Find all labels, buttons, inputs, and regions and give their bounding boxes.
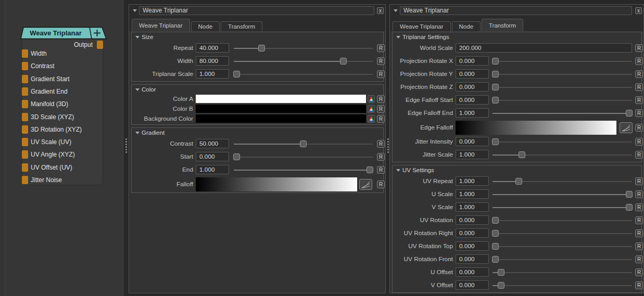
input-port-width[interactable] xyxy=(22,49,28,58)
reset-button[interactable]: R xyxy=(635,151,643,159)
reset-button[interactable]: R xyxy=(635,96,643,104)
reset-button[interactable]: R xyxy=(377,105,385,113)
reset-button[interactable]: R xyxy=(635,177,643,185)
slider-track[interactable] xyxy=(493,141,632,143)
slider-handle[interactable] xyxy=(626,204,633,211)
slider-track[interactable] xyxy=(234,74,373,75)
value-field[interactable]: 0.000 xyxy=(456,280,489,290)
reset-button[interactable]: R xyxy=(635,190,643,198)
color-picker-button[interactable] xyxy=(368,95,375,103)
slider-handle[interactable] xyxy=(367,166,373,173)
value-field[interactable]: 1.000 xyxy=(196,69,229,79)
node-header[interactable]: Weave Triplanar xyxy=(19,26,108,40)
curve-editor-button[interactable] xyxy=(620,122,633,133)
value-field[interactable]: 200.000 xyxy=(456,43,632,53)
value-field[interactable]: 0.000 xyxy=(196,152,229,161)
input-port-3d-rotation-xyz[interactable] xyxy=(22,125,28,134)
splitter-handle[interactable] xyxy=(125,138,127,154)
collapse-arrow-icon[interactable] xyxy=(135,88,140,91)
input-port-gradient-end[interactable] xyxy=(22,87,28,96)
input-port-manifold-3d[interactable] xyxy=(22,100,28,108)
collapse-arrow-icon[interactable] xyxy=(394,9,398,12)
close-icon[interactable]: x xyxy=(377,7,384,14)
slider-track[interactable] xyxy=(493,246,632,247)
color-swatch[interactable] xyxy=(196,95,366,103)
slider-handle[interactable] xyxy=(626,191,633,198)
panel-title-field[interactable]: Weave Triplanar xyxy=(139,6,374,15)
value-field[interactable]: 1.000 xyxy=(456,202,489,212)
color-swatch[interactable] xyxy=(196,114,366,123)
collapse-arrow-icon[interactable] xyxy=(135,132,140,134)
reset-button[interactable]: R xyxy=(635,138,643,146)
slider-handle[interactable] xyxy=(492,138,499,145)
slider-handle[interactable] xyxy=(492,243,499,250)
input-port-gradient-start[interactable] xyxy=(22,75,28,83)
slider-track[interactable] xyxy=(234,157,373,158)
tab-transform[interactable]: Transform xyxy=(221,21,262,31)
reset-button[interactable]: R xyxy=(377,70,385,78)
slider-track[interactable] xyxy=(493,100,632,101)
value-field[interactable]: 1.000 xyxy=(196,165,229,174)
color-picker-button[interactable] xyxy=(368,115,375,123)
slider-track[interactable] xyxy=(493,285,632,286)
reset-button[interactable]: R xyxy=(377,140,385,148)
reset-button[interactable]: R xyxy=(377,153,385,161)
panel-title-field[interactable]: Weave Triplanar xyxy=(400,6,632,15)
slider-track[interactable] xyxy=(493,220,632,221)
splitter-handle[interactable] xyxy=(387,138,389,154)
slider-handle[interactable] xyxy=(492,97,499,104)
reset-button[interactable]: R xyxy=(635,57,643,65)
slider-track[interactable] xyxy=(493,74,632,75)
slider-handle[interactable] xyxy=(233,71,240,78)
input-port-jitter-noise[interactable] xyxy=(22,176,28,184)
reset-button[interactable]: R xyxy=(635,216,643,224)
slider-handle[interactable] xyxy=(498,269,504,276)
value-field[interactable]: 1.000 xyxy=(456,150,489,159)
value-field[interactable]: 80.000 xyxy=(196,56,229,66)
weave-triplanar-node[interactable]: OutputWidthContrastGradient StartGradien… xyxy=(0,0,123,296)
slider-handle[interactable] xyxy=(300,140,307,147)
node-graph-panel[interactable]: OutputWidthContrastGradient StartGradien… xyxy=(0,0,123,296)
slider-handle[interactable] xyxy=(340,58,347,65)
reset-button[interactable]: R xyxy=(635,109,643,117)
value-field[interactable]: 40.000 xyxy=(196,43,229,53)
collapse-arrow-icon[interactable] xyxy=(133,9,137,12)
slider-handle[interactable] xyxy=(492,71,499,78)
node-body[interactable]: OutputWidthContrastGradient StartGradien… xyxy=(22,37,103,185)
output-port[interactable] xyxy=(97,41,103,49)
reset-button[interactable]: R xyxy=(635,44,643,52)
slider-handle[interactable] xyxy=(492,58,499,65)
value-field[interactable]: 0.000 xyxy=(456,254,489,264)
input-port-uv-scale-uv[interactable] xyxy=(22,138,28,146)
color-swatch[interactable] xyxy=(196,105,366,113)
value-field[interactable]: 0.000 xyxy=(456,215,489,225)
reset-button[interactable]: R xyxy=(635,83,643,91)
reset-button[interactable]: R xyxy=(635,203,643,211)
color-picker-button[interactable] xyxy=(368,105,375,113)
value-field[interactable]: 1.000 xyxy=(456,176,489,186)
reset-button[interactable]: R xyxy=(635,124,643,132)
value-field[interactable]: 50.000 xyxy=(196,139,229,148)
reset-button[interactable]: R xyxy=(635,255,643,263)
slider-handle[interactable] xyxy=(492,84,499,91)
tab-weave-triplanar[interactable]: Weave Triplanar xyxy=(393,21,451,31)
value-field[interactable]: 1.000 xyxy=(456,189,489,199)
value-field[interactable]: 0.000 xyxy=(456,137,489,146)
slider-handle[interactable] xyxy=(626,110,633,117)
reset-button[interactable]: R xyxy=(635,70,643,78)
reset-button[interactable]: R xyxy=(377,44,385,52)
slider-track[interactable] xyxy=(493,272,632,273)
tab-node[interactable]: Node xyxy=(452,21,481,31)
slider-handle[interactable] xyxy=(258,45,265,52)
slider-track[interactable] xyxy=(493,61,632,62)
tab-node[interactable]: Node xyxy=(191,21,220,31)
input-port-3d-scale-xyz[interactable] xyxy=(22,113,28,121)
reset-button[interactable]: R xyxy=(635,242,643,250)
reset-button[interactable]: R xyxy=(377,166,385,174)
value-field[interactable]: 0.000 xyxy=(456,267,489,277)
gradient-ramp[interactable] xyxy=(456,121,616,135)
slider-handle[interactable] xyxy=(498,282,504,289)
slider-handle[interactable] xyxy=(492,217,499,224)
slider-handle[interactable] xyxy=(519,151,525,158)
close-icon[interactable]: x xyxy=(635,7,642,14)
